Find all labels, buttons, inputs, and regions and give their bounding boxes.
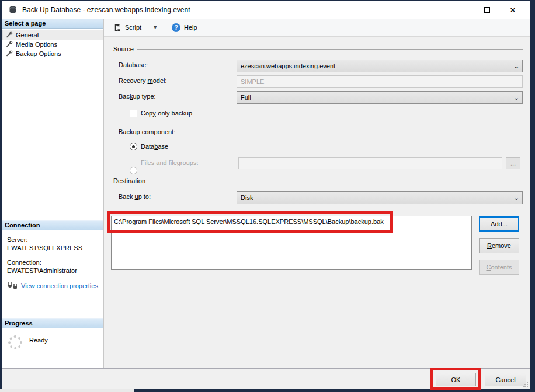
connection-value: EWATEST\Administrator (7, 267, 99, 275)
recovery-model-label: Recovery model: (119, 77, 167, 84)
desktop-edge (0, 388, 134, 392)
help-button[interactable]: ? Help (161, 22, 200, 34)
view-connection-properties-link[interactable]: View connection properties (21, 282, 98, 290)
chevron-down-icon: ▼ (152, 24, 158, 30)
connection-header: Connection (2, 220, 103, 230)
general-page-content: Source Database: ezescan.webapps.indexin… (104, 37, 530, 368)
chevron-down-icon: ⌄ (513, 195, 520, 201)
backup-type-combobox-value: Full (241, 94, 512, 101)
window-controls: ✕ (449, 2, 526, 18)
backup-database-dialog: Back Up Database - ezescan.webapps.index… (2, 1, 530, 388)
wrench-icon (6, 32, 13, 38)
help-label: Help (184, 24, 197, 31)
copy-only-backup-label: Copy-only backup (141, 110, 192, 117)
files-filegroups-label: Files and filegroups: (141, 159, 198, 166)
back-up-to-combobox[interactable]: Disk ⌄ (237, 191, 523, 204)
script-label: Script (125, 24, 141, 31)
database-combobox-value: ezescan.webapps.indexing.event (241, 62, 512, 69)
sidebar-item-label: Backup Options (16, 50, 61, 57)
script-dropdown-button[interactable]: ▼ (144, 23, 161, 32)
add-button[interactable]: Add... (479, 216, 519, 232)
database-radio-label: Database (141, 143, 168, 150)
progress-panel: Ready (2, 328, 103, 368)
select-a-page-header: Select a page (2, 19, 103, 29)
resize-grip[interactable] (523, 381, 529, 387)
backup-destinations-listbox[interactable]: C:\Program Files\Microsoft SQL Server\MS… (111, 216, 472, 270)
recovery-model-value: SIMPLE (241, 78, 264, 85)
files-filegroups-radio (130, 167, 137, 174)
minimize-icon (458, 10, 465, 10)
source-group-label: Source (113, 46, 134, 52)
sidebar-item-label: General (16, 32, 39, 38)
cancel-button[interactable]: Cancel (485, 373, 526, 386)
server-label: Server: (7, 236, 99, 244)
backup-path-item[interactable]: C:\Program Files\Microsoft SQL Server\MS… (114, 218, 469, 226)
database-icon (8, 5, 18, 15)
server-value: EWATEST\SQLEXPRESS (7, 244, 99, 252)
database-radio[interactable] (130, 143, 137, 150)
maximize-icon (484, 7, 490, 13)
wrench-icon (6, 50, 13, 57)
recovery-model-field: SIMPLE (237, 75, 523, 88)
sidebar-item-media-options[interactable]: Media Options (3, 40, 103, 49)
back-up-to-combobox-value: Disk (241, 194, 512, 201)
screen: Back Up Database - ezescan.webapps.index… (0, 0, 535, 392)
chevron-down-icon: ⌄ (513, 63, 520, 69)
connection-panel: Server: EWATEST\SQLEXPRESS Connection: E… (2, 230, 103, 318)
ok-button[interactable]: OK (436, 373, 476, 386)
backup-component-label: Backup component: (119, 128, 175, 135)
main-pane: Script ▼ ? Help Source Database: (104, 19, 530, 368)
help-icon: ? (172, 23, 180, 32)
connection-properties-icon (7, 281, 18, 290)
browse-filegroups-button: ... (506, 158, 520, 169)
chevron-down-icon: ⌄ (513, 94, 520, 101)
close-icon: ✕ (510, 6, 516, 15)
contents-button: Contents (479, 260, 519, 275)
back-up-to-label: Back up to: (119, 193, 151, 200)
progress-status: Ready (29, 337, 48, 344)
connection-label: Connection: (7, 258, 99, 267)
window-title: Back Up Database - ezescan.webapps.index… (22, 6, 449, 14)
progress-header: Progress (2, 318, 103, 328)
backup-type-label: Backup type: (119, 93, 156, 100)
copy-only-backup-checkbox[interactable] (130, 110, 137, 117)
destination-group-line (150, 181, 523, 181)
sidebar-item-backup-options[interactable]: Backup Options (3, 49, 103, 58)
wrench-icon (6, 41, 13, 48)
destination-group-label: Destination (113, 177, 145, 184)
toolbar: Script ▼ ? Help (104, 19, 530, 37)
close-button[interactable]: ✕ (500, 2, 526, 18)
dialog-footer: OK Cancel (2, 368, 530, 388)
source-group-line (137, 49, 523, 50)
sidebar: Select a page General Media Options Back… (2, 19, 104, 368)
sidebar-item-label: Media Options (16, 41, 57, 48)
title-bar: Back Up Database - ezescan.webapps.index… (2, 1, 530, 19)
script-button[interactable]: Script (110, 22, 144, 34)
files-filegroups-field (238, 158, 502, 169)
maximize-button[interactable] (474, 2, 500, 18)
remove-button[interactable]: Remove (479, 238, 519, 253)
minimize-button[interactable] (449, 2, 474, 18)
script-icon (113, 23, 121, 32)
progress-spinner-icon (8, 335, 22, 349)
backup-type-combobox[interactable]: Full ⌄ (237, 91, 523, 104)
database-combobox[interactable]: ezescan.webapps.indexing.event ⌄ (237, 60, 523, 72)
page-list: General Media Options Backup Options (2, 29, 103, 220)
sidebar-item-general[interactable]: General (3, 30, 103, 40)
database-label: Database: (119, 61, 148, 68)
